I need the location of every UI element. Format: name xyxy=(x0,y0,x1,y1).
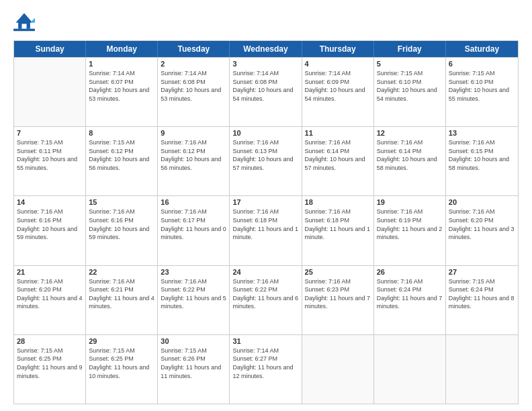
day-number: 4 xyxy=(305,60,371,68)
day-number: 24 xyxy=(232,268,298,276)
day-info: Sunrise: 7:16 AM Sunset: 6:12 PM Dayligh… xyxy=(161,138,226,172)
day-info: Sunrise: 7:14 AM Sunset: 6:08 PM Dayligh… xyxy=(232,69,298,103)
weekday-header: Wednesday xyxy=(230,41,302,57)
day-cell: 22Sunrise: 7:16 AM Sunset: 6:21 PM Dayli… xyxy=(86,266,158,334)
day-info: Sunrise: 7:16 AM Sunset: 6:14 PM Dayligh… xyxy=(305,138,371,172)
day-info: Sunrise: 7:14 AM Sunset: 6:09 PM Dayligh… xyxy=(305,69,371,103)
day-info: Sunrise: 7:16 AM Sunset: 6:13 PM Dayligh… xyxy=(232,138,298,172)
weekday-header: Monday xyxy=(86,41,158,57)
day-cell: 23Sunrise: 7:16 AM Sunset: 6:22 PM Dayli… xyxy=(158,266,230,334)
day-number: 19 xyxy=(377,198,443,206)
calendar-row: 14Sunrise: 7:16 AM Sunset: 6:16 PM Dayli… xyxy=(14,195,518,265)
day-info: Sunrise: 7:15 AM Sunset: 6:24 PM Dayligh… xyxy=(449,277,515,311)
calendar-page: SundayMondayTuesdayWednesdayThursdayFrid… xyxy=(0,0,532,411)
day-info: Sunrise: 7:16 AM Sunset: 6:22 PM Dayligh… xyxy=(232,277,298,311)
day-cell: 8Sunrise: 7:15 AM Sunset: 6:12 PM Daylig… xyxy=(86,127,158,195)
day-cell: 29Sunrise: 7:15 AM Sunset: 6:25 PM Dayli… xyxy=(86,335,158,404)
day-info: Sunrise: 7:16 AM Sunset: 6:14 PM Dayligh… xyxy=(377,138,443,172)
svg-rect-2 xyxy=(13,29,35,32)
weekday-header: Friday xyxy=(374,41,446,57)
day-cell: 27Sunrise: 7:15 AM Sunset: 6:24 PM Dayli… xyxy=(446,266,518,334)
day-number: 28 xyxy=(17,337,83,345)
logo xyxy=(13,11,38,32)
day-cell: 18Sunrise: 7:16 AM Sunset: 6:18 PM Dayli… xyxy=(302,196,374,265)
header xyxy=(13,11,519,32)
day-number: 8 xyxy=(89,129,154,137)
day-number: 16 xyxy=(161,198,226,206)
day-info: Sunrise: 7:15 AM Sunset: 6:26 PM Dayligh… xyxy=(161,347,226,380)
day-info: Sunrise: 7:16 AM Sunset: 6:23 PM Dayligh… xyxy=(305,277,371,311)
day-number: 15 xyxy=(89,198,154,206)
day-cell: 11Sunrise: 7:16 AM Sunset: 6:14 PM Dayli… xyxy=(302,127,374,195)
day-info: Sunrise: 7:16 AM Sunset: 6:20 PM Dayligh… xyxy=(449,208,515,241)
day-cell: 24Sunrise: 7:16 AM Sunset: 6:22 PM Dayli… xyxy=(230,266,302,334)
day-cell: 21Sunrise: 7:16 AM Sunset: 6:20 PM Dayli… xyxy=(14,266,86,334)
day-info: Sunrise: 7:16 AM Sunset: 6:18 PM Dayligh… xyxy=(232,208,298,241)
day-number: 22 xyxy=(89,268,154,276)
calendar-row: 21Sunrise: 7:16 AM Sunset: 6:20 PM Dayli… xyxy=(14,265,518,334)
weekday-header: Thursday xyxy=(302,41,374,57)
day-info: Sunrise: 7:16 AM Sunset: 6:20 PM Dayligh… xyxy=(17,277,83,311)
day-cell: 3Sunrise: 7:14 AM Sunset: 6:08 PM Daylig… xyxy=(230,58,302,126)
day-number: 3 xyxy=(232,60,298,68)
day-cell: 28Sunrise: 7:15 AM Sunset: 6:25 PM Dayli… xyxy=(14,335,86,404)
day-cell: 31Sunrise: 7:14 AM Sunset: 6:27 PM Dayli… xyxy=(230,335,302,404)
day-cell: 7Sunrise: 7:15 AM Sunset: 6:11 PM Daylig… xyxy=(14,127,86,195)
weekday-header: Tuesday xyxy=(158,41,230,57)
day-info: Sunrise: 7:16 AM Sunset: 6:22 PM Dayligh… xyxy=(161,277,226,311)
day-cell: 19Sunrise: 7:16 AM Sunset: 6:19 PM Dayli… xyxy=(374,196,446,265)
calendar: SundayMondayTuesdayWednesdayThursdayFrid… xyxy=(13,40,519,404)
day-number: 30 xyxy=(161,337,226,345)
day-cell: 2Sunrise: 7:14 AM Sunset: 6:08 PM Daylig… xyxy=(158,58,230,126)
day-cell: 10Sunrise: 7:16 AM Sunset: 6:13 PM Dayli… xyxy=(230,127,302,195)
day-number: 25 xyxy=(305,268,371,276)
day-info: Sunrise: 7:16 AM Sunset: 6:15 PM Dayligh… xyxy=(449,138,515,172)
weekday-header: Saturday xyxy=(446,41,518,57)
day-cell: 12Sunrise: 7:16 AM Sunset: 6:14 PM Dayli… xyxy=(374,127,446,195)
day-number: 13 xyxy=(449,129,515,137)
day-number: 10 xyxy=(232,129,298,137)
day-info: Sunrise: 7:16 AM Sunset: 6:17 PM Dayligh… xyxy=(161,208,226,241)
empty-cell xyxy=(446,335,518,404)
day-number: 12 xyxy=(377,129,443,137)
day-info: Sunrise: 7:15 AM Sunset: 6:11 PM Dayligh… xyxy=(17,138,83,172)
day-info: Sunrise: 7:16 AM Sunset: 6:16 PM Dayligh… xyxy=(89,208,154,241)
day-cell: 13Sunrise: 7:16 AM Sunset: 6:15 PM Dayli… xyxy=(446,127,518,195)
day-info: Sunrise: 7:15 AM Sunset: 6:10 PM Dayligh… xyxy=(449,69,515,103)
day-number: 18 xyxy=(305,198,371,206)
day-cell: 30Sunrise: 7:15 AM Sunset: 6:26 PM Dayli… xyxy=(158,335,230,404)
day-cell: 17Sunrise: 7:16 AM Sunset: 6:18 PM Dayli… xyxy=(230,196,302,265)
day-cell: 20Sunrise: 7:16 AM Sunset: 6:20 PM Dayli… xyxy=(446,196,518,265)
day-info: Sunrise: 7:14 AM Sunset: 6:08 PM Dayligh… xyxy=(161,69,226,103)
day-number: 11 xyxy=(305,129,371,137)
day-info: Sunrise: 7:15 AM Sunset: 6:12 PM Dayligh… xyxy=(89,138,154,172)
day-cell: 25Sunrise: 7:16 AM Sunset: 6:23 PM Dayli… xyxy=(302,266,374,334)
weekday-header: Sunday xyxy=(14,41,86,57)
empty-cell xyxy=(14,58,86,126)
day-info: Sunrise: 7:16 AM Sunset: 6:24 PM Dayligh… xyxy=(377,277,443,311)
day-number: 23 xyxy=(161,268,226,276)
day-info: Sunrise: 7:16 AM Sunset: 6:19 PM Dayligh… xyxy=(377,208,443,241)
day-cell: 6Sunrise: 7:15 AM Sunset: 6:10 PM Daylig… xyxy=(446,58,518,126)
empty-cell xyxy=(374,335,446,404)
day-cell: 5Sunrise: 7:15 AM Sunset: 6:10 PM Daylig… xyxy=(374,58,446,126)
day-number: 31 xyxy=(232,337,298,345)
day-cell: 26Sunrise: 7:16 AM Sunset: 6:24 PM Dayli… xyxy=(374,266,446,334)
day-cell: 4Sunrise: 7:14 AM Sunset: 6:09 PM Daylig… xyxy=(302,58,374,126)
day-number: 26 xyxy=(377,268,443,276)
calendar-row: 28Sunrise: 7:15 AM Sunset: 6:25 PM Dayli… xyxy=(14,334,518,404)
day-number: 17 xyxy=(232,198,298,206)
day-number: 20 xyxy=(449,198,515,206)
day-info: Sunrise: 7:16 AM Sunset: 6:18 PM Dayligh… xyxy=(305,208,371,241)
calendar-header: SundayMondayTuesdayWednesdayThursdayFrid… xyxy=(14,41,518,57)
day-info: Sunrise: 7:15 AM Sunset: 6:25 PM Dayligh… xyxy=(89,347,154,380)
day-cell: 9Sunrise: 7:16 AM Sunset: 6:12 PM Daylig… xyxy=(158,127,230,195)
day-number: 7 xyxy=(17,129,83,137)
svg-marker-1 xyxy=(30,18,35,23)
calendar-row: 7Sunrise: 7:15 AM Sunset: 6:11 PM Daylig… xyxy=(14,126,518,195)
day-info: Sunrise: 7:16 AM Sunset: 6:16 PM Dayligh… xyxy=(17,208,83,241)
day-number: 9 xyxy=(161,129,226,137)
calendar-body: 1Sunrise: 7:14 AM Sunset: 6:07 PM Daylig… xyxy=(14,57,518,404)
day-info: Sunrise: 7:14 AM Sunset: 6:27 PM Dayligh… xyxy=(232,347,298,380)
day-number: 1 xyxy=(89,60,154,68)
